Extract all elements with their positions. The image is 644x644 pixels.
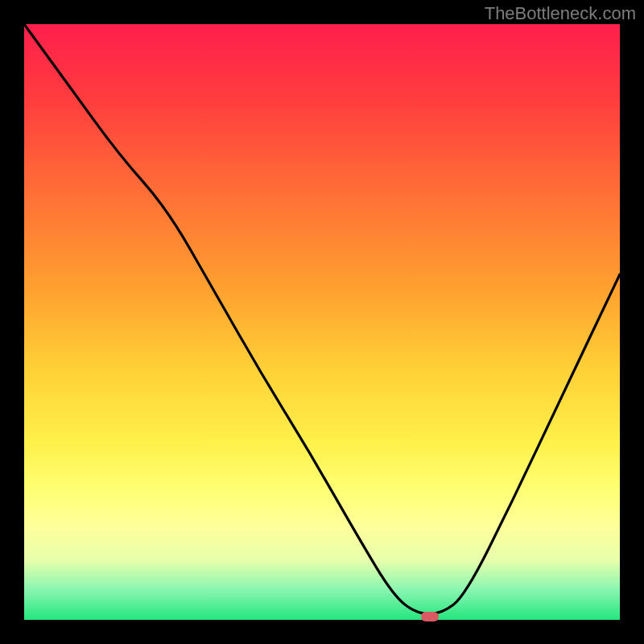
optimum-marker [421, 612, 439, 621]
curve-svg [24, 24, 620, 620]
bottleneck-curve [24, 24, 620, 614]
plot-area [24, 24, 620, 620]
watermark-text: TheBottleneck.com [485, 3, 636, 24]
chart-frame: TheBottleneck.com [0, 0, 644, 644]
